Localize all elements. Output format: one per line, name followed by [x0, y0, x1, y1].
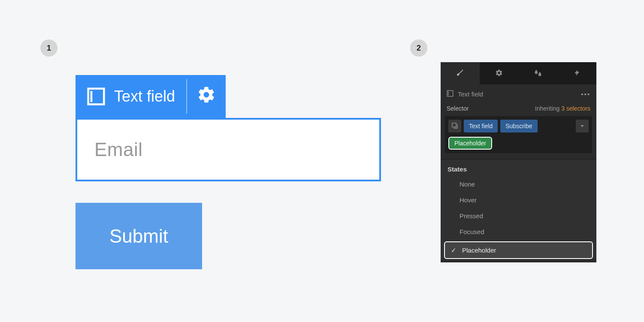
- inheriting-count: 3 selectors: [561, 105, 590, 112]
- state-option-focused[interactable]: Focused: [441, 224, 596, 240]
- text-field-icon: [447, 90, 454, 98]
- bolt-icon: [574, 69, 581, 78]
- svg-rect-4: [452, 123, 456, 127]
- brush-icon: [456, 69, 464, 78]
- class-chip-subscribe[interactable]: Subscribe: [500, 120, 537, 132]
- element-selection-tag[interactable]: Text field: [76, 75, 226, 118]
- tab-style[interactable]: [441, 62, 480, 84]
- selector-header: Selector Inheriting 3 selectors: [441, 103, 596, 116]
- element-settings-button[interactable]: [187, 75, 226, 118]
- selector-label: Selector: [447, 105, 469, 112]
- caret-down-icon: [580, 123, 585, 130]
- text-field-icon: [87, 87, 106, 106]
- gear-icon: [495, 69, 503, 78]
- email-placeholder: Email: [94, 139, 143, 160]
- chip-label: Placeholder: [454, 140, 486, 147]
- state-option-hover[interactable]: Hover: [441, 192, 596, 208]
- style-panel: Text field ••• Selector Inheriting 3 sel…: [441, 62, 596, 262]
- state-dropdown-button[interactable]: [576, 120, 589, 132]
- selector-scope-button[interactable]: [448, 120, 461, 132]
- states-dropdown: States None Hover Pressed Focused Placeh…: [441, 159, 596, 259]
- inheriting-info[interactable]: Inheriting 3 selectors: [535, 105, 590, 112]
- tab-settings[interactable]: [480, 62, 519, 84]
- state-option-placeholder[interactable]: Placeholder: [444, 241, 593, 259]
- inheriting-label: Inheriting: [535, 105, 560, 112]
- gear-icon: [197, 85, 216, 108]
- panel-element-label: Text field: [458, 90, 483, 98]
- step-badge-1: 1: [40, 39, 57, 57]
- chip-label: Subscribe: [505, 123, 532, 129]
- chip-label: Text field: [469, 123, 493, 129]
- droplets-icon: [534, 69, 542, 78]
- email-field[interactable]: Email: [76, 118, 381, 181]
- submit-button[interactable]: Submit: [76, 203, 202, 269]
- state-option-pressed[interactable]: Pressed: [441, 208, 596, 224]
- element-tag-main[interactable]: Text field: [76, 75, 186, 118]
- layers-icon: [451, 122, 458, 130]
- states-header: States: [441, 159, 596, 176]
- selector-input[interactable]: Text field Subscribe Placeholder: [445, 116, 592, 153]
- more-icon[interactable]: •••: [581, 90, 590, 98]
- step-badge-2: 2: [410, 39, 427, 57]
- state-chip-placeholder[interactable]: Placeholder: [448, 137, 492, 150]
- state-option-none[interactable]: None: [441, 176, 596, 192]
- class-chip-textfield[interactable]: Text field: [464, 120, 498, 132]
- element-tag-label: Text field: [114, 87, 175, 105]
- panel-element-row: Text field •••: [441, 84, 596, 103]
- tab-interactions[interactable]: [557, 62, 596, 84]
- canvas-area: Text field Email Submit: [76, 75, 381, 269]
- panel-tabs: [441, 62, 596, 84]
- tab-effects[interactable]: [519, 62, 558, 84]
- submit-button-label: Submit: [109, 226, 168, 247]
